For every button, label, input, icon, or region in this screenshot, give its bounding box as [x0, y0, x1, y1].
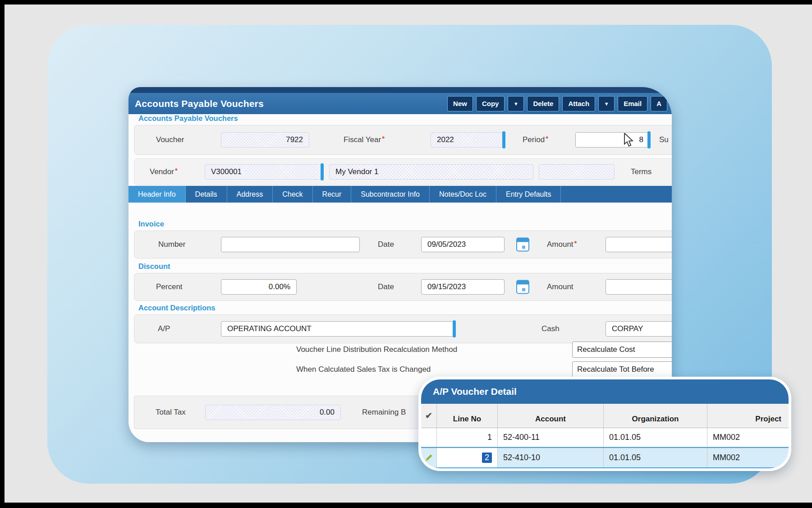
cash-label: Cash [541, 324, 560, 333]
subperiod-label: Su [659, 135, 669, 144]
vendor-name-field[interactable]: My Vendor 1 [329, 164, 533, 180]
copy-dropdown-icon[interactable]: ▼ [508, 96, 524, 111]
column-header-project[interactable]: Project [707, 404, 789, 428]
field-modified-bar [453, 320, 456, 337]
remaining-balance-label: Remaining B [362, 408, 406, 417]
field-modified-bar [321, 163, 324, 180]
sales-tax-changed-dropdown[interactable]: Recalculate Tot Before [572, 361, 672, 378]
ap-voucher-detail-window: A/P Voucher Detail ✔ Line No Account Org… [418, 377, 791, 471]
table-row[interactable]: 1 52-400-11 01.01.05 MM002 [421, 428, 789, 447]
vendor-panel: Vendor V300001 My Vendor 1 Terms [134, 158, 672, 185]
detail-window-titlebar: A/P Voucher Detail [421, 379, 789, 404]
row-select-cell[interactable] [421, 428, 437, 447]
cash-description-input[interactable]: CORPAY [606, 321, 672, 337]
tab-bar-filler [561, 186, 672, 203]
background-card: Accounts Payable Vouchers New Copy ▼ Del… [47, 25, 772, 484]
cell-line-no[interactable]: 1 [437, 428, 498, 447]
fiscal-year-field[interactable]: 2022 [431, 132, 505, 148]
invoice-amount-input[interactable] [606, 237, 672, 252]
mouse-cursor [624, 133, 636, 148]
period-field[interactable]: 8 [575, 132, 650, 148]
voucher-header-panel: Voucher 7922 Fiscal Year 2022 Period 8 S… [134, 125, 672, 155]
invoice-date-input[interactable]: 09/05/2023 [421, 237, 505, 252]
delete-button[interactable]: Delete [527, 96, 559, 111]
invoice-legend: Invoice [138, 220, 169, 228]
email-button[interactable]: Email [618, 96, 647, 111]
attach-button[interactable]: Attach [562, 96, 595, 111]
field-modified-bar [647, 131, 651, 148]
total-tax-field[interactable]: 0.00 [205, 405, 341, 420]
vendor-extra-field[interactable] [539, 164, 615, 180]
discount-date-input[interactable]: 09/15/2023 [421, 279, 505, 295]
tab-bar: Header Info Details Address Check Recur … [128, 186, 672, 203]
cell-account[interactable]: 52-400-11 [498, 428, 604, 447]
recalc-method-dropdown[interactable]: Recalculate Cost [572, 342, 672, 358]
select-all-checkbox[interactable]: ✔ [421, 404, 437, 428]
check-icon: ✔ [425, 411, 432, 421]
vendor-id-field[interactable]: V300001 [205, 164, 323, 180]
vendor-label: Vendor [150, 167, 178, 176]
invoice-amount-label: Amount [547, 240, 577, 249]
cell-organization[interactable]: 01.01.05 [604, 428, 707, 447]
tab-recur[interactable]: Recur [313, 186, 352, 203]
terms-label: Terms [631, 167, 651, 176]
ap-label: A/P [158, 324, 170, 333]
invoice-panel: Number Date 09/05/2023 Amount [134, 231, 672, 259]
cell-account[interactable]: 52-410-10 [498, 448, 604, 467]
column-header-line-no[interactable]: Line No [437, 404, 498, 428]
cell-organization[interactable]: 01.01.05 [604, 448, 707, 467]
calendar-icon[interactable] [516, 238, 529, 252]
truncated-button[interactable]: A [651, 96, 667, 111]
tab-details[interactable]: Details [186, 186, 227, 203]
cell-line-no-editing[interactable]: 2 [437, 448, 498, 467]
detail-window-title: A/P Voucher Detail [433, 386, 517, 397]
tab-subcontractor-info[interactable]: Subcontractor Info [351, 186, 430, 203]
pencil-icon [424, 453, 433, 462]
tab-entry-defaults[interactable]: Entry Defaults [496, 186, 561, 203]
discount-amount-label: Amount [547, 282, 573, 291]
account-descriptions-legend: Account Descriptions [138, 304, 220, 312]
window-title: Accounts Payable Vouchers [135, 98, 264, 109]
row-edit-indicator [421, 448, 437, 467]
cell-project[interactable]: MM002 [707, 428, 789, 447]
window-titlebar: Accounts Payable Vouchers New Copy ▼ Del… [128, 93, 672, 114]
sales-tax-changed-label: When Calculated Sales Tax is Changed [296, 365, 431, 374]
account-descriptions-panel: A/P OPERATING ACCOUNT Cash CORPAY [134, 314, 672, 343]
field-modified-bar [502, 131, 505, 148]
period-label: Period [523, 135, 548, 144]
attach-dropdown-icon[interactable]: ▼ [598, 96, 615, 111]
detail-table: ✔ Line No Account Organization Project 1… [421, 404, 789, 468]
window-top-strip [128, 87, 672, 93]
tab-header-info[interactable]: Header Info [128, 186, 186, 203]
tab-notes-doc-loc[interactable]: Notes/Doc Loc [430, 186, 496, 203]
detail-table-header-row: ✔ Line No Account Organization Project [421, 404, 789, 428]
ap-description-input[interactable]: OPERATING ACCOUNT [221, 321, 455, 337]
group-label-vouchers: Accounts Payable Vouchers [138, 114, 243, 123]
calendar-icon[interactable] [516, 280, 529, 294]
column-header-account[interactable]: Account [498, 404, 604, 428]
cell-project[interactable]: MM002 [707, 448, 789, 467]
desktop-background: Accounts Payable Vouchers New Copy ▼ Del… [5, 5, 812, 503]
table-row-selected[interactable]: 2 52-410-10 01.01.05 MM002 [421, 447, 789, 468]
column-header-organization[interactable]: Organization [604, 404, 707, 428]
discount-panel: Percent 0.00% Date 09/15/2023 Amount [134, 273, 672, 301]
total-tax-label: Total Tax [156, 408, 186, 417]
discount-date-label: Date [378, 282, 394, 291]
voucher-label: Voucher [156, 135, 184, 144]
discount-legend: Discount [138, 262, 175, 271]
discount-percent-input[interactable]: 0.00% [221, 279, 297, 295]
invoice-date-label: Date [378, 240, 394, 249]
discount-amount-input[interactable] [606, 279, 672, 295]
recalc-method-label: Voucher Line Distribution Recalculation … [296, 345, 457, 354]
voucher-field[interactable]: 7922 [221, 132, 309, 148]
copy-button[interactable]: Copy [476, 96, 505, 111]
fiscal-year-label: Fiscal Year [344, 135, 385, 144]
invoice-number-label: Number [158, 240, 185, 249]
discount-percent-label: Percent [156, 282, 183, 291]
toolbar: New Copy ▼ Delete Attach ▼ Email A [447, 96, 667, 111]
tab-address[interactable]: Address [227, 186, 273, 203]
tab-check[interactable]: Check [273, 186, 312, 203]
new-button[interactable]: New [447, 96, 473, 111]
invoice-number-input[interactable] [221, 237, 360, 252]
